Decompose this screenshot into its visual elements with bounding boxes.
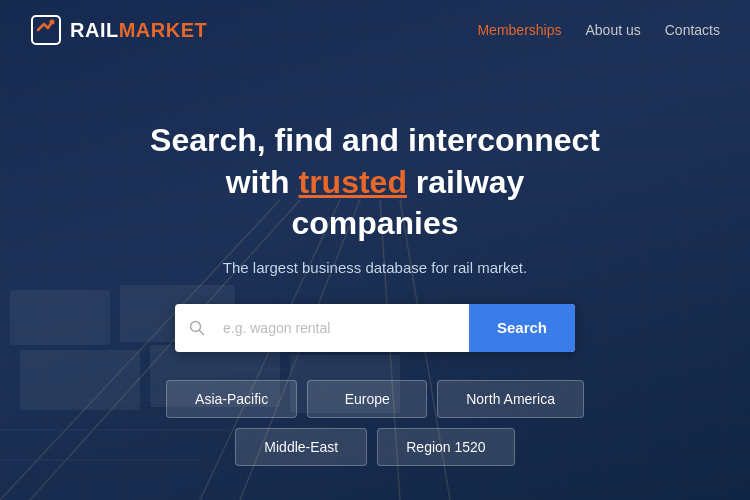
navbar: RAILMARKET Memberships About us Contacts [0,0,750,60]
logo-text: RAILMARKET [70,19,207,42]
nav-contacts[interactable]: Contacts [665,22,720,38]
logo-market: MARKET [119,19,208,41]
hero-title-line2: with trusted railway [226,164,525,200]
hero-title-line1: Search, find and interconnect [150,122,600,158]
hero-subtitle: The largest business database for rail m… [223,259,527,276]
hero-title-line3: companies [291,205,458,241]
region-middle-east[interactable]: Middle-East [235,428,367,466]
search-icon [175,320,215,336]
hero-title: Search, find and interconnect with trust… [150,120,600,245]
region-1520[interactable]: Region 1520 [377,428,514,466]
hero-section: Search, find and interconnect with trust… [0,60,750,466]
search-input[interactable] [215,306,469,350]
svg-line-21 [200,330,204,334]
region-europe[interactable]: Europe [307,380,427,418]
hero-with: with [226,164,299,200]
nav-about[interactable]: About us [585,22,640,38]
search-button[interactable]: Search [469,304,575,352]
region-row-2: Middle-East Region 1520 [235,428,514,466]
region-asia-pacific[interactable]: Asia-Pacific [166,380,297,418]
svg-point-19 [50,20,55,25]
nav-memberships[interactable]: Memberships [477,22,561,38]
region-north-america[interactable]: North America [437,380,584,418]
logo-rail: RAIL [70,19,119,41]
nav-links: Memberships About us Contacts [477,22,720,38]
svg-rect-18 [32,16,60,44]
hero-railway: railway [407,164,524,200]
search-bar: Search [175,304,575,352]
region-buttons: Asia-Pacific Europe North America Middle… [166,380,584,466]
hero-trusted: trusted [299,164,407,200]
logo-icon [30,14,62,46]
region-row-1: Asia-Pacific Europe North America [166,380,584,418]
logo[interactable]: RAILMARKET [30,14,207,46]
